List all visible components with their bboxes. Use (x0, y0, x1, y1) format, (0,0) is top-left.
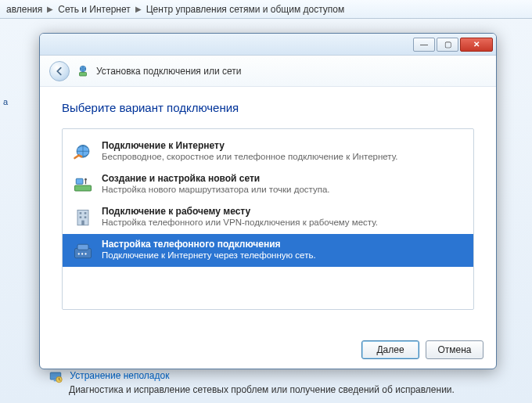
option-desc: Настройка нового маршрутизатора или точк… (102, 184, 464, 195)
breadcrumb-seg-control[interactable]: авления (6, 4, 42, 15)
router-icon (72, 175, 94, 196)
option-title: Создание и настройка новой сети (102, 173, 464, 184)
page-heading: Выберите вариант подключения (62, 101, 474, 114)
troubleshoot-title[interactable]: Устранение неполадок (70, 370, 169, 381)
svg-rect-10 (80, 212, 82, 214)
option-setup-network[interactable]: Создание и настройка новой сети Настройк… (63, 168, 473, 201)
option-connect-workplace[interactable]: Подключение к рабочему месту Настройка т… (63, 201, 473, 234)
wizard-title: Установка подключения или сети (96, 66, 241, 77)
back-button[interactable] (49, 61, 70, 81)
maximize-button[interactable]: ▢ (437, 38, 458, 52)
breadcrumb[interactable]: авления ▶ Сеть и Интернет ▶ Центр управл… (0, 0, 532, 19)
option-desc: Подключение к Интернету через телефонную… (102, 250, 464, 261)
phone-modem-icon (72, 240, 94, 262)
close-button[interactable]: ✕ (460, 38, 493, 52)
svg-point-8 (84, 178, 87, 181)
chevron-right-icon: ▶ (47, 5, 53, 13)
option-desc: Настройка телефонного или VPN-подключени… (102, 217, 464, 228)
next-button[interactable]: Далее (361, 340, 419, 359)
option-title: Настройка телефонного подключения (102, 239, 464, 250)
wizard-content: Выберите вариант подключения Подключение… (40, 87, 496, 318)
svg-rect-11 (84, 212, 87, 214)
wizard-header: Установка подключения или сети (40, 56, 496, 87)
svg-rect-14 (81, 221, 84, 225)
svg-rect-12 (80, 216, 82, 218)
svg-rect-6 (75, 185, 92, 191)
option-connect-internet[interactable]: Подключение к Интернету Беспроводное, ск… (63, 135, 473, 168)
sidebar-fragment: а (3, 97, 8, 106)
svg-rect-7 (76, 178, 83, 184)
troubleshoot-icon (49, 370, 63, 384)
svg-rect-13 (84, 216, 87, 218)
troubleshoot-section[interactable]: Устранение неполадок Диагностика и испра… (49, 370, 502, 395)
minimize-button[interactable]: — (413, 38, 435, 52)
troubleshoot-desc: Диагностика и исправление сетевых пробле… (69, 384, 502, 395)
svg-point-19 (84, 253, 86, 254)
option-dialup-setup[interactable]: Настройка телефонного подключения Подклю… (63, 234, 473, 267)
arrow-left-icon (54, 66, 65, 77)
option-desc: Беспроводное, скоростное или телефонное … (102, 151, 464, 162)
breadcrumb-seg-network[interactable]: Сеть и Интернет (58, 4, 130, 15)
titlebar[interactable]: — ▢ ✕ (40, 34, 496, 56)
wizard-dialog: — ▢ ✕ Установка подключения или сети Выб… (39, 33, 497, 369)
globe-icon (72, 142, 94, 164)
svg-rect-4 (80, 72, 87, 76)
svg-point-18 (81, 253, 83, 254)
connection-options-list: Подключение к Интернету Беспроводное, ск… (62, 128, 474, 310)
svg-rect-16 (77, 244, 88, 250)
breadcrumb-seg-sharing-center[interactable]: Центр управления сетями и общим доступом (146, 4, 345, 15)
building-icon (72, 207, 94, 229)
option-title: Подключение к Интернету (102, 140, 464, 151)
button-row: Далее Отмена (361, 340, 483, 359)
chevron-right-icon: ▶ (135, 5, 142, 13)
svg-point-17 (78, 253, 80, 254)
network-icon (76, 64, 90, 78)
option-title: Подключение к рабочему месту (102, 206, 464, 217)
cancel-button[interactable]: Отмена (426, 340, 483, 359)
